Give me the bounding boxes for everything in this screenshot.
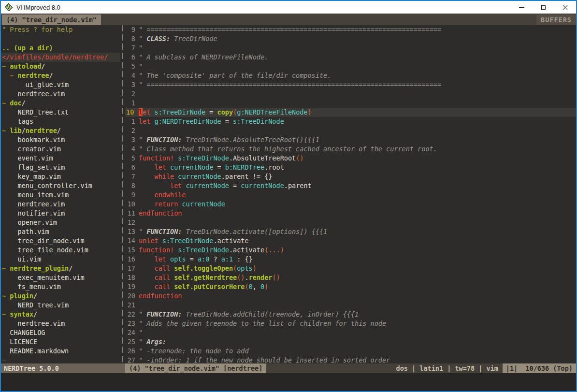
tree-row[interactable]: key_map.vim [1, 172, 120, 181]
code-row[interactable]: 10 return currentNode [125, 200, 576, 209]
tree-row[interactable]: NERD_tree.vim [1, 301, 120, 310]
code-row[interactable]: 15function! s:TreeDirNode.activate(...) [125, 246, 576, 255]
code-row[interactable]: 3" FUNCTION: TreeDirNode.AbsoluteTreeRoo… [125, 135, 576, 145]
tree-row[interactable]: flag_set.vim [1, 163, 120, 172]
tree-row[interactable]: ~ syntax/ [1, 310, 120, 319]
code-row[interactable]: 4" Class method that returns the highest… [125, 145, 576, 154]
nerdtree-panel[interactable]: " Press ? for help.. (up a dir)</vimfile… [1, 25, 120, 363]
editor-panel[interactable]: 9" =====================================… [125, 25, 576, 363]
tree-row[interactable] [1, 34, 120, 44]
tree-row[interactable]: README.markdown [1, 347, 120, 356]
active-buffer-statusline: (4) "tree_dir_node.vim" [nerdtree] [125, 363, 266, 373]
tree-row[interactable]: opener.vim [1, 218, 120, 227]
code-row[interactable]: 20endfunction [125, 291, 576, 301]
code-row[interactable]: 25" Args: [125, 337, 576, 347]
code-row[interactable]: 18 call self.getNerdtree().render() [125, 273, 576, 282]
tree-row[interactable]: creator.vim [1, 145, 120, 154]
code-row[interactable]: 26" -treenode: the node to add [125, 347, 576, 356]
line-number: 4 [125, 145, 139, 154]
code-row[interactable]: 21 [125, 301, 576, 310]
code-row[interactable]: 14unlet s:TreeDirNode.activate [125, 236, 576, 246]
tree-row[interactable]: LICENCE [1, 337, 120, 347]
code-row[interactable]: 6" A subclass of NERDTreeFileNode. [125, 53, 576, 62]
code-row[interactable]: 16 let opts = a:0 ? a:1 : {} [125, 255, 576, 264]
tree-row[interactable]: ~ [1, 356, 120, 363]
line-number: 13 [125, 227, 139, 236]
code-row[interactable]: 24" [125, 328, 576, 337]
code-row[interactable]: 17 call self.toggleOpen(opts) [125, 264, 576, 273]
tab-active[interactable]: (4) "tree_dir_node.vim" [2, 15, 101, 25]
tree-row[interactable]: exec_menuitem.vim [1, 273, 120, 282]
code-text: " The 'composite' part of the file/dir c… [139, 71, 331, 80]
tree-row[interactable]: bookmark.vim [1, 135, 120, 145]
code-row[interactable]: 22" FUNCTION: TreeDirNode.addChild(treen… [125, 310, 576, 319]
tree-row[interactable]: " Press ? for help [1, 25, 120, 34]
tree-row[interactable]: event.vim [1, 154, 120, 163]
code-row[interactable]: 4" The 'composite' part of the file/dir … [125, 71, 576, 80]
tree-row[interactable]: ~ nerdtree_plugin/ [1, 264, 120, 273]
code-text: " FUNCTION: TreeDirNode.activate([option… [139, 227, 327, 236]
code-text: let currentNode = currentNode.parent [139, 181, 312, 190]
line-number: 26 [125, 347, 139, 356]
tree-row[interactable]: CHANGELOG [1, 328, 120, 337]
tree-row[interactable]: path.vim [1, 227, 120, 236]
line-number: 19 [125, 282, 139, 291]
tree-row[interactable]: nerdtree.vim [1, 200, 120, 209]
code-text: " ======================================… [139, 25, 441, 34]
tree-row[interactable]: ui.vim [1, 255, 120, 264]
code-row[interactable]: 7" [125, 44, 576, 53]
code-row[interactable]: 1 [125, 99, 576, 108]
tree-row[interactable]: menu_item.vim [1, 190, 120, 200]
code-row[interactable]: 27" -inOrder: 1 if the new node should b… [125, 356, 576, 363]
code-row[interactable]: 5function! s:TreeDirNode.AbsoluteTreeRoo… [125, 154, 576, 163]
maximize-button[interactable] [533, 1, 554, 14]
tree-row[interactable]: tags [1, 117, 120, 126]
code-row[interactable]: 12 [125, 218, 576, 227]
line-number: 3 [125, 135, 139, 145]
code-row-current[interactable]: 10let s:TreeDirNode = copy(g:NERDTreeFil… [125, 108, 576, 117]
code-row[interactable]: 1let g:NERDTreeDirNode = s:TreeDirNode [125, 117, 576, 126]
line-number: 25 [125, 337, 139, 347]
tree-row[interactable]: NERD_tree.txt [1, 108, 120, 117]
code-row[interactable]: 6 let currentNode = b:NERDTree.root [125, 163, 576, 172]
tree-row[interactable]: nerdtree.vim [1, 319, 120, 328]
code-row[interactable]: 3" =====================================… [125, 80, 576, 89]
tree-row[interactable]: ~ doc/ [1, 99, 120, 108]
code-text: let currentNode = b:NERDTree.root [139, 163, 284, 172]
tree-row[interactable]: </vimfiles/bundle/nerdtree/ [1, 53, 120, 62]
code-row[interactable]: 9" =====================================… [125, 25, 576, 34]
tree-row[interactable]: notifier.vim [1, 209, 120, 218]
code-row[interactable]: 11endfunction [125, 209, 576, 218]
tree-row[interactable]: ~ lib/nerdtree/ [1, 126, 120, 135]
close-button[interactable] [554, 1, 576, 14]
tree-row[interactable]: ~ autoload/ [1, 62, 120, 71]
code-text: " A subclass of NERDTreeFileNode. [139, 53, 268, 62]
tree-row[interactable]: fs_menu.vim [1, 282, 120, 291]
vertical-split-separator[interactable] [120, 25, 125, 363]
line-number: 7 [125, 172, 139, 181]
tree-row[interactable]: tree_dir_node.vim [1, 236, 120, 246]
line-number: 18 [125, 273, 139, 282]
line-number: 14 [125, 236, 139, 246]
code-row[interactable]: 23" Adds the given treenode to the list … [125, 319, 576, 328]
vim-app-icon [4, 3, 13, 12]
tree-row[interactable]: ui_glue.vim [1, 80, 120, 89]
code-row[interactable]: 2 [125, 126, 576, 135]
code-row[interactable]: 19 call self.putCursorHere(0, 0) [125, 282, 576, 291]
tree-row[interactable]: tree_file_node.vim [1, 246, 120, 255]
titlebar[interactable]: Vi IMproved 8.0 [1, 1, 576, 14]
line-number: 15 [125, 246, 139, 255]
code-row[interactable]: 2 [125, 89, 576, 99]
code-row[interactable]: 7 while currentNode.parent != {} [125, 172, 576, 181]
code-row[interactable]: 5" [125, 62, 576, 71]
tree-row[interactable]: ~ nerdtree/ [1, 71, 120, 80]
tree-row[interactable]: nerdtree.vim [1, 89, 120, 99]
tree-row[interactable]: ~ plugin/ [1, 291, 120, 301]
code-row[interactable]: 13" FUNCTION: TreeDirNode.activate([opti… [125, 227, 576, 236]
tree-row[interactable]: .. (up a dir) [1, 44, 120, 53]
code-row[interactable]: 9 endwhile [125, 190, 576, 200]
minimize-button[interactable] [511, 1, 533, 14]
code-row[interactable]: 8 let currentNode = currentNode.parent [125, 181, 576, 190]
code-row[interactable]: 8" CLASS: TreeDirNode [125, 34, 576, 44]
tree-row[interactable]: menu_controller.vim [1, 181, 120, 190]
